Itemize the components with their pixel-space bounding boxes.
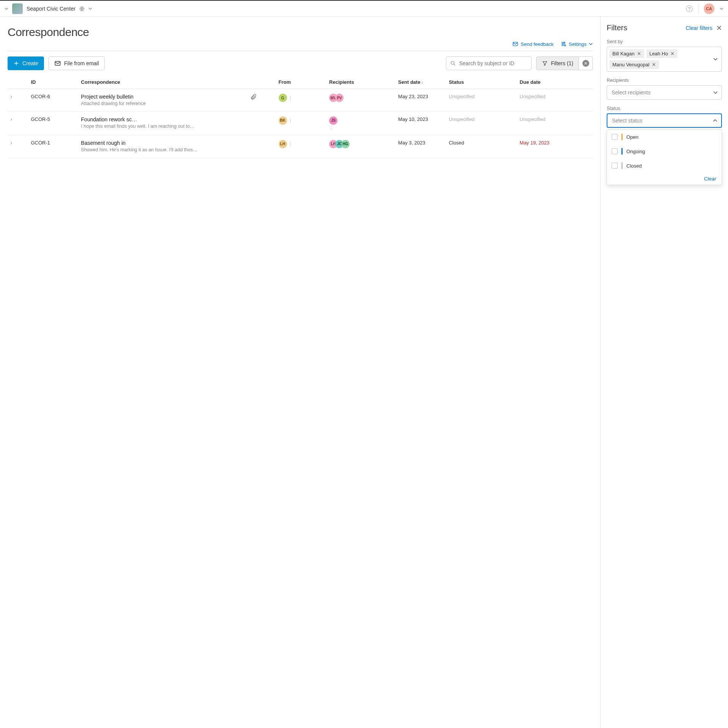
expand-row-icon[interactable]: › — [11, 140, 12, 146]
search-icon — [450, 60, 456, 66]
svg-point-3 — [562, 44, 563, 45]
subject: Basement rough in — [81, 140, 244, 146]
status-option[interactable]: Ongoing — [607, 144, 722, 158]
remove-tag-icon[interactable]: ✕ — [637, 51, 641, 56]
sender-avatar: BK — [279, 116, 287, 125]
cell-correspondence: Project weekly bulletin Attached drawing… — [78, 89, 247, 112]
status-color-bar — [621, 162, 623, 169]
col-id[interactable]: ID — [28, 75, 78, 89]
create-button[interactable]: Create — [8, 56, 44, 70]
globe-icon[interactable] — [79, 6, 85, 11]
col-expand — [8, 75, 28, 89]
chevron-down-icon — [713, 57, 718, 61]
cell-from: LH | — [276, 135, 326, 158]
col-status[interactable]: Status — [446, 75, 517, 89]
remove-tag-icon[interactable]: ✕ — [652, 62, 656, 67]
remove-tag-icon[interactable]: ✕ — [670, 51, 675, 56]
col-from[interactable]: From — [276, 75, 326, 89]
checkbox[interactable] — [612, 134, 618, 140]
cell-recipients: LHJGHG — [326, 135, 395, 158]
preview: Showed him. He's marking it as an Issue.… — [81, 147, 244, 153]
toolbar: Create File from email Filters (1) ✕ — [8, 51, 593, 75]
filter-icon — [542, 60, 548, 66]
filter-recipients: Recipients Select recipients — [607, 78, 722, 100]
topbar-left: Seaport Civic Center — [5, 3, 92, 14]
page-title: Correspondence — [8, 26, 593, 39]
clear-filters-button[interactable]: ✕ — [579, 56, 593, 70]
filter-label: Sent by — [607, 39, 722, 44]
mail-icon — [54, 60, 61, 67]
preview: I hope this email finds you well. I am r… — [81, 123, 244, 130]
chevron-down-icon — [589, 42, 593, 46]
user-avatar[interactable]: CA — [704, 3, 714, 14]
cell-status: Closed — [446, 135, 517, 158]
cell-attachment — [247, 135, 276, 158]
cell-sent-date: May 3, 2023 — [395, 135, 446, 158]
sent-by-select[interactable]: Bill Kagan✕Leah Ho✕Manu Venugopal✕ — [607, 47, 722, 72]
chevron-down-icon[interactable] — [88, 7, 92, 11]
project-thumbnail[interactable] — [12, 3, 23, 14]
filters-button[interactable]: Filters (1) — [536, 56, 579, 70]
svg-point-4 — [565, 45, 566, 46]
cell-correspondence: Foundation rework sc… I hope this email … — [78, 111, 247, 135]
col-correspondence[interactable]: Correspondence — [78, 75, 247, 89]
col-recipients[interactable]: Recipients — [326, 75, 395, 89]
send-feedback-link[interactable]: Send feedback — [512, 41, 554, 47]
svg-point-2 — [564, 42, 565, 43]
settings-link[interactable]: Settings — [560, 41, 593, 47]
filters-header: Filters Clear filters ✕ — [607, 24, 722, 32]
svg-point-6 — [451, 61, 454, 64]
more-indicator: : — [330, 125, 332, 130]
project-name[interactable]: Seaport Civic Center — [27, 6, 75, 12]
subject: Project weekly bulletin — [81, 94, 244, 100]
search-input[interactable] — [459, 60, 527, 66]
search-input-wrapper[interactable] — [446, 56, 532, 70]
filter-sent-by: Sent by Bill Kagan✕Leah Ho✕Manu Venugopa… — [607, 39, 722, 72]
help-icon[interactable]: ? — [686, 5, 693, 12]
checkbox[interactable] — [612, 148, 618, 154]
recipient-avatar: PV — [335, 94, 344, 102]
status-option-label: Ongoing — [626, 149, 645, 154]
cell-status: Unspecified — [446, 89, 517, 112]
placeholder: Select status — [612, 118, 642, 124]
cell-from: G | — [276, 89, 326, 112]
sort-desc-icon: ↓ — [421, 80, 424, 85]
status-color-bar — [621, 148, 623, 155]
chevron-down-icon[interactable] — [720, 7, 723, 11]
table-row[interactable]: › GCOR-1 Basement rough in Showed him. H… — [8, 135, 593, 158]
filter-tag: Leah Ho✕ — [646, 49, 678, 58]
plus-icon — [13, 60, 19, 66]
expand-row-icon[interactable]: › — [11, 94, 12, 99]
recipient-avatar: HG — [341, 140, 350, 148]
col-due-date[interactable]: Due date — [517, 75, 593, 89]
cell-due-date: Unspecified — [517, 111, 593, 135]
filters-label: Filters (1) — [551, 60, 573, 66]
expand-row-icon[interactable]: › — [11, 116, 12, 122]
recipients-select[interactable]: Select recipients — [607, 85, 722, 100]
tag-label: Bill Kagan — [612, 51, 635, 56]
status-option[interactable]: Closed — [607, 158, 722, 173]
checkbox[interactable] — [612, 163, 618, 169]
subject: Foundation rework sc… — [81, 116, 244, 122]
filters-button-group: Filters (1) ✕ — [536, 56, 593, 70]
status-option-label: Open — [626, 134, 639, 140]
create-label: Create — [22, 60, 38, 66]
chevron-down-icon[interactable] — [5, 7, 8, 11]
status-option[interactable]: Open — [607, 130, 722, 144]
close-icon[interactable]: ✕ — [716, 24, 722, 32]
file-from-email-button[interactable]: File from email — [49, 56, 105, 70]
file-from-email-label: File from email — [64, 60, 99, 66]
status-select[interactable]: Select status — [607, 113, 722, 128]
table-row[interactable]: › GCOR-5 Foundation rework sc… I hope th… — [8, 111, 593, 135]
table-row[interactable]: › GCOR-6 Project weekly bulletin Attache… — [8, 89, 593, 112]
send-feedback-label: Send feedback — [521, 41, 554, 47]
filters-title: Filters — [607, 24, 627, 32]
dropdown-clear[interactable]: Clear — [704, 176, 716, 182]
recipient-avatar: JS — [329, 116, 337, 125]
col-sent-date[interactable]: Sent date↓ — [395, 75, 446, 89]
placeholder: Select recipients — [612, 89, 651, 96]
clear-filters-link[interactable]: Clear filters — [686, 25, 712, 31]
cell-sent-date: May 23, 2023 — [395, 89, 446, 112]
sender-avatar: LH — [279, 140, 287, 148]
close-icon: ✕ — [582, 60, 589, 67]
